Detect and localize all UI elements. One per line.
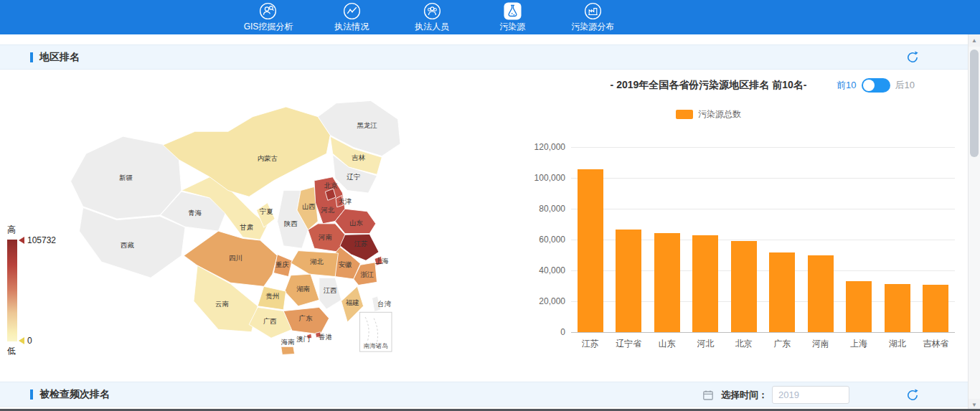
enforcement-status-icon: [343, 2, 361, 20]
nav-item-1[interactable]: GIS挖掘分析: [244, 2, 293, 33]
time-input[interactable]: [772, 386, 849, 404]
province-label: 云南: [215, 300, 229, 308]
pollution-source-icon: [504, 2, 522, 20]
province-label: 澳门: [296, 335, 310, 343]
bar-上海[interactable]: [846, 281, 872, 332]
legend-swatch: [676, 110, 693, 119]
china-map-panel: 高 105732 0 低 新疆西藏青海甘肃宁夏内蒙古黑龙江吉林辽宁陕西山西河北北…: [0, 70, 517, 382]
scroll-up-button[interactable]: ▲: [969, 34, 980, 47]
province-label: 山西: [302, 202, 316, 210]
y-axis-tick: 100,000: [517, 173, 565, 183]
section-accent-bar: [30, 52, 33, 62]
legend-min-marker: 0: [19, 336, 32, 346]
bar-河北[interactable]: [692, 235, 718, 332]
time-filter-controls: 选择时间：: [702, 382, 920, 407]
region-section-title: 地区排名: [39, 51, 80, 64]
bar-山东[interactable]: [654, 233, 680, 332]
china-map: 新疆西藏青海甘肃宁夏内蒙古黑龙江吉林辽宁陕西山西河北北京天津山东河南江苏安徽上海…: [65, 98, 409, 356]
y-axis-tick: 0: [517, 327, 565, 337]
province-label: 广东: [299, 314, 313, 322]
calendar-icon[interactable]: [702, 389, 714, 401]
province-label: 上海: [375, 257, 389, 265]
x-axis-label: 吉林省: [917, 338, 956, 350]
y-axis-tick: 40,000: [517, 265, 565, 275]
frequency-section-title: 被检查频次排名: [39, 388, 110, 401]
bar-slot: [610, 147, 649, 332]
province-label: 宁夏: [260, 207, 273, 215]
frequency-ranking-header: 被检查频次排名 选择时间：: [0, 382, 980, 407]
nav-item-label: 污染源分布: [571, 21, 614, 33]
nav-item-2[interactable]: 执法情况: [330, 2, 373, 33]
bar-chart-panel: - 2019年全国各省份污染源地区排名 前10名- 前10 后10 污染源总数 …: [517, 70, 965, 382]
province-label: 四川: [229, 254, 242, 262]
province-label: 青海: [188, 209, 202, 217]
refresh-icon[interactable]: [905, 50, 920, 65]
bottom10-label[interactable]: 后10: [895, 79, 915, 92]
province-内蒙古[interactable]: [163, 107, 330, 197]
province-label: 北京: [324, 181, 338, 189]
x-axis: 江苏辽宁省山东河北北京广东河南上海湖北吉林省: [571, 338, 955, 350]
y-axis-tick: 60,000: [517, 235, 565, 245]
bar-slot: [840, 147, 879, 332]
province-label: 福建: [346, 298, 359, 306]
top10-bottom10-toggle[interactable]: [862, 78, 890, 93]
province-label: 辽宁: [346, 173, 360, 181]
nav-item-label: 污染源: [499, 21, 525, 33]
bar-slot: [801, 147, 840, 332]
bar-广东[interactable]: [769, 252, 795, 332]
province-label: 台湾: [377, 300, 391, 308]
province-label: 陕西: [284, 219, 298, 227]
province-label: 湖北: [310, 258, 324, 265]
pollution-distribution-icon: [584, 2, 602, 20]
gridline: [571, 332, 955, 333]
province-label: 内蒙古: [258, 154, 278, 162]
bar-辽宁省[interactable]: [616, 230, 641, 332]
nav-item-label: 执法人员: [415, 21, 449, 33]
bar-江苏[interactable]: [578, 169, 603, 332]
bar-slot: [878, 147, 917, 332]
scrollbar-thumb[interactable]: [970, 49, 979, 157]
bar-slot: [648, 147, 687, 332]
province-label: 江西: [323, 286, 337, 294]
province-label: 甘肃: [240, 223, 253, 231]
bar-湖北[interactable]: [885, 284, 910, 332]
province-label: 吉林: [352, 153, 365, 161]
x-axis-label: 广东: [763, 338, 802, 350]
south-china-sea-box: 南海诸岛: [359, 312, 392, 351]
province-海南[interactable]: [281, 346, 295, 354]
nav-item-label: GIS挖掘分析: [244, 21, 293, 33]
x-axis-label: 江苏: [571, 338, 610, 350]
x-axis-label: 湖北: [878, 338, 917, 350]
x-axis-label: 上海: [840, 338, 879, 350]
legend-max-marker: 105732: [19, 235, 56, 245]
province-label: 广西: [263, 317, 277, 325]
bar-河南[interactable]: [808, 255, 834, 332]
province-label: 香港: [319, 333, 332, 341]
top10-label[interactable]: 前10: [837, 79, 856, 92]
legend-gradient-bar: [7, 240, 17, 341]
scrollbar-track[interactable]: ▲ ▼: [968, 34, 980, 411]
region-ranking-header: 地区排名: [0, 44, 980, 70]
refresh-icon[interactable]: [905, 388, 920, 402]
province-label: 安徽: [338, 260, 352, 268]
gis-analysis-icon: [259, 2, 277, 20]
x-axis-label: 山东: [648, 338, 687, 350]
legend-min-value: 0: [27, 336, 32, 346]
nav-item-4[interactable]: 污染源: [491, 2, 534, 33]
x-axis-label: 河南: [801, 338, 840, 350]
province-label: 黑龙江: [357, 121, 377, 129]
y-axis-tick: 80,000: [517, 204, 565, 214]
bars: [571, 147, 955, 332]
province-label: 重庆: [275, 260, 289, 268]
nav-item-5[interactable]: 污染源分布: [571, 2, 614, 33]
nav-item-3[interactable]: 执法人员: [410, 2, 453, 33]
bar-吉林省[interactable]: [923, 285, 948, 332]
bar-plot: [571, 147, 955, 332]
enforcement-personnel-icon: [423, 2, 441, 20]
bar-北京[interactable]: [731, 241, 757, 332]
legend-max-value: 105732: [27, 235, 56, 245]
x-axis-label: 北京: [725, 338, 763, 350]
bar-slot: [917, 147, 956, 332]
chart-legend[interactable]: 污染源总数: [517, 108, 965, 121]
x-axis-label: 河北: [687, 338, 725, 350]
